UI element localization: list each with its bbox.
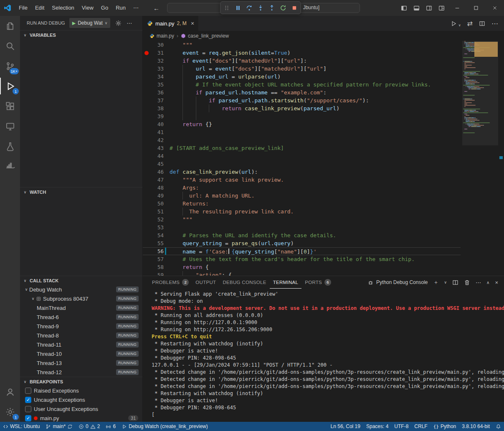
breakpoint-item[interactable]: Raised Exceptions [20, 386, 142, 395]
code-line-38[interactable]: 38 return case_link_preview(parsed_url) [143, 104, 461, 112]
activity-accounts[interactable] [0, 382, 20, 402]
toggle-secondary-sidebar-icon[interactable] [423, 0, 435, 16]
code-text[interactable]: if event["docs"]["matchedUrl"]["url"]: [167, 57, 461, 65]
activity-source-control[interactable]: 1K+ [0, 56, 20, 76]
activity-testing[interactable] [0, 136, 20, 156]
terminal-dropdown-chevron-icon[interactable]: ∨ [444, 280, 447, 284]
maximize-button[interactable] [466, 0, 485, 16]
code-text[interactable]: """A support case link preview. [167, 176, 461, 184]
code-text[interactable]: "action": { [167, 271, 461, 276]
code-line-41[interactable]: 41 [143, 128, 461, 136]
code-line-56[interactable]: 56 name = f'Case: {query_string["name"][… [143, 247, 461, 255]
step-over-icon[interactable] [246, 5, 253, 11]
code-line-40[interactable]: 40 return {} [143, 120, 461, 128]
watch-section-header[interactable]: ∨ WATCH [20, 187, 142, 196]
nav-back-icon[interactable]: ← [153, 5, 160, 12]
menubar-overflow[interactable]: ⋯ [129, 0, 142, 16]
code-text[interactable]: """ [167, 216, 461, 223]
code-editor[interactable]: 30 """31 event = req.get_json(silent=Tru… [143, 41, 504, 276]
breakpoint-checkbox[interactable]: ✓ [25, 415, 31, 421]
code-line-36[interactable]: 36 if parsed_url.hostname == "example.co… [143, 89, 461, 96]
callstack-item[interactable]: Thread-13RUNNING [20, 358, 142, 368]
code-line-47[interactable]: 47 """A support case link preview. [143, 176, 461, 184]
code-line-34[interactable]: 34 parsed_url = urlparse(url) [143, 73, 461, 81]
code-line-58[interactable]: 58 return { [143, 263, 461, 271]
split-editor-icon[interactable] [479, 20, 485, 27]
statusbar-problems[interactable]: 02 [76, 422, 103, 431]
code-line-52[interactable]: 52 """ [143, 216, 461, 223]
activity-extensions[interactable] [0, 96, 20, 116]
code-text[interactable]: def case_link_preview(url): [167, 168, 461, 176]
code-text[interactable]: name = f'Case: {query_string["name"][0]}… [167, 248, 461, 255]
split-terminal-icon[interactable] [452, 279, 458, 286]
statusbar-python-interpreter[interactable]: 3.8.10 64-bit [459, 422, 493, 431]
code-text[interactable]: # Uses the text from the card's header f… [167, 255, 461, 263]
new-terminal-icon[interactable]: ＋ [433, 279, 438, 286]
code-text[interactable]: url = event["docs"]["matchedUrl"]["url"] [167, 65, 461, 73]
callstack-item[interactable]: Thread-12RUNNING [20, 368, 142, 377]
code-text[interactable] [167, 136, 461, 144]
activity-settings[interactable]: 1 [0, 402, 20, 422]
menu-run[interactable]: Run [112, 0, 129, 16]
breakpoint-item[interactable]: User Uncaught Exceptions [20, 404, 142, 413]
tab-main-py[interactable]: main.py 2, M × [143, 16, 199, 31]
code-line-35[interactable]: 35 # If the event object URL matches a s… [143, 81, 461, 89]
debug-start-icon[interactable]: ▶ [72, 20, 76, 26]
code-line-53[interactable]: 53 [143, 223, 461, 231]
code-text[interactable]: # Parses the URL and identify the case d… [167, 231, 461, 239]
statusbar-forwarded-ports[interactable]: 6 [103, 422, 119, 431]
code-line-57[interactable]: 57 # Uses the text from the card's heade… [143, 255, 461, 263]
panel-tab-problems[interactable]: PROBLEMS2 [149, 276, 192, 289]
statusbar-remote-indicator[interactable]: WSL: Ubuntu [0, 422, 43, 431]
statusbar-notifications[interactable] [493, 422, 504, 431]
code-text[interactable]: return { [167, 263, 461, 271]
breakpoint-checkbox[interactable]: ✓ [25, 397, 31, 403]
panel-tab-terminal[interactable]: TERMINAL [270, 276, 302, 289]
code-text[interactable]: # If the event object URL matches a spec… [167, 81, 461, 89]
statusbar-encoding[interactable]: UTF-8 [391, 422, 411, 431]
kill-terminal-icon[interactable] [464, 279, 470, 286]
code-text[interactable]: query_string = parse_qs(url.query) [167, 239, 461, 247]
menu-go[interactable]: Go [97, 0, 112, 16]
code-text[interactable]: if parsed_url.path.startswith("/support/… [167, 96, 461, 104]
terminal-output[interactable]: * Serving Flask app 'create_link_preview… [143, 289, 504, 422]
code-text[interactable]: return {} [167, 120, 461, 128]
code-text[interactable]: parsed_url = urlparse(url) [167, 73, 461, 81]
code-line-49[interactable]: 49 url: A matching URL. [143, 192, 461, 200]
code-text[interactable]: url: A matching URL. [167, 192, 461, 200]
launch-config-select[interactable]: ▶ Debug Wat ∨ [69, 18, 111, 28]
statusbar-cursor-position[interactable]: Ln 56, Col 19 [328, 422, 363, 431]
callstack-item[interactable]: Thread-8RUNNING [20, 331, 142, 340]
stop-icon[interactable] [291, 5, 298, 11]
code-text[interactable]: return case_link_preview(parsed_url) [167, 104, 461, 112]
statusbar-language-mode[interactable]: {}Python [431, 422, 459, 431]
code-text[interactable]: Args: [167, 184, 461, 192]
panel-more-actions-icon[interactable]: ⋯ [476, 279, 481, 286]
close-panel-icon[interactable]: × [495, 279, 498, 286]
code-line-42[interactable]: 42 [143, 136, 461, 144]
code-line-39[interactable]: 39 [143, 112, 461, 120]
step-into-icon[interactable] [257, 5, 264, 11]
code-line-48[interactable]: 48 Args: [143, 184, 461, 192]
open-changes-icon[interactable]: ⇄ [467, 20, 473, 28]
activity-explorer[interactable] [0, 16, 20, 36]
callstack-item[interactable]: Thread-6RUNNING [20, 312, 142, 322]
code-line-45[interactable]: 45 [143, 160, 461, 168]
code-line-59[interactable]: 59 "action": { [143, 271, 461, 276]
code-line-31[interactable]: 31 event = req.get_json(silent=True) [143, 49, 461, 57]
more-actions-icon[interactable]: ⋯ [127, 20, 132, 26]
statusbar-indentation[interactable]: Spaces: 4 [363, 422, 391, 431]
more-editor-actions-icon[interactable]: ⋯ [491, 20, 498, 28]
breakpoint-checkbox[interactable] [25, 388, 31, 394]
code-line-51[interactable]: 51 The resulting preview link card. [143, 208, 461, 216]
panel-tab-output[interactable]: OUTPUT [192, 276, 219, 289]
activity-search[interactable] [0, 36, 20, 56]
callstack-item[interactable]: Thread-10RUNNING [20, 349, 142, 358]
run-python-file-icon[interactable] [451, 20, 457, 27]
callstack-item[interactable]: Thread-9RUNNING [20, 322, 142, 331]
overview-ruler[interactable] [498, 41, 504, 276]
callstack-item[interactable]: ∨Debug WatchRUNNING [20, 285, 142, 294]
code-text[interactable]: The resulting preview link card. [167, 208, 461, 216]
code-text[interactable]: Returns: [167, 200, 461, 208]
variables-section-header[interactable]: ∨ VARIABLES [20, 30, 142, 39]
